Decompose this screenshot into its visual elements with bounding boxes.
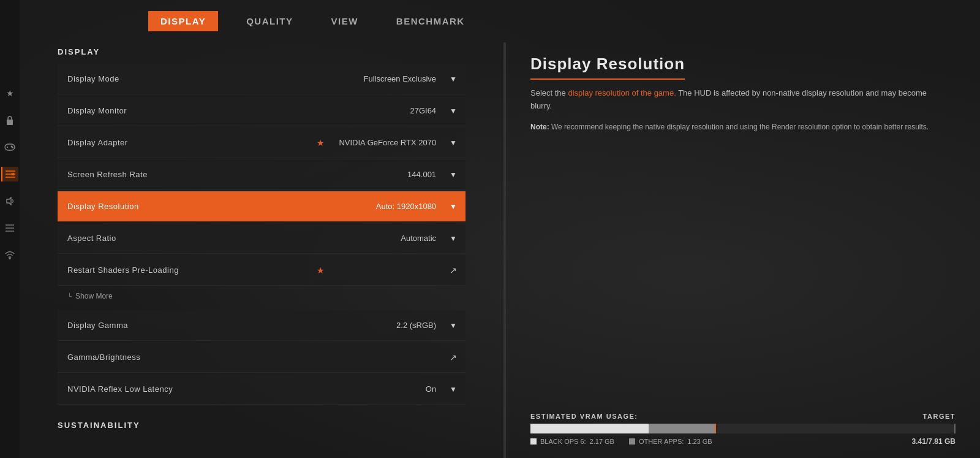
chevron-display-gamma: ▼ [441, 321, 466, 330]
sidebar: ★ [0, 0, 20, 458]
row-restart-shaders[interactable]: Restart Shaders Pre-Loading ★ ↗ [58, 255, 466, 286]
tab-quality[interactable]: QUALITY [236, 11, 303, 31]
legend-other-value: 1.23 GB [687, 438, 712, 445]
chevron-display-resolution: ▼ [441, 202, 466, 211]
row-display-monitor[interactable]: Display Monitor 27GI64 ▼ [58, 96, 466, 126]
info-title: Display Resolution [530, 55, 685, 80]
label-aspect-ratio: Aspect Ratio [58, 234, 331, 243]
vram-bar-used-total [530, 424, 716, 433]
info-note-text: We recommend keeping the native display … [549, 123, 929, 131]
legend-black-ops-label: BLACK OPS 6: [540, 438, 586, 445]
star-display-adapter: ★ [311, 138, 331, 148]
sidebar-icon-star[interactable]: ★ [2, 86, 17, 101]
info-description: Select the display resolution of the gam… [530, 87, 947, 113]
label-nvidia-reflex: NVIDIA Reflex Low Latency [58, 384, 331, 394]
chevron-nvidia-reflex: ▼ [441, 385, 466, 394]
svg-point-5 [12, 147, 13, 148]
section-display-title: DISPLAY [58, 47, 466, 56]
content-area: DISPLAY Display Mode Fullscreen Exclusiv… [20, 42, 980, 458]
show-more-btn[interactable]: └ Show More [58, 287, 466, 305]
row-aspect-ratio[interactable]: Aspect Ratio Automatic ▼ [58, 223, 466, 254]
label-display-mode: Display Mode [58, 74, 331, 83]
value-nvidia-reflex: On [331, 384, 441, 394]
legend-black-ops-value: 2.17 GB [590, 438, 614, 445]
vram-section: ESTIMATED VRAM USAGE: TARGET BLACK OPS 6… [530, 413, 956, 446]
value-display-gamma: 2.2 (sRGB) [331, 321, 441, 330]
info-panel: Display Resolution Select the display re… [506, 42, 980, 458]
info-desc-prefix: Select the [530, 88, 568, 97]
legend-other-label: OTHER APPS: [639, 438, 684, 445]
value-display-mode: Fullscreen Exclusive [331, 74, 441, 83]
external-restart-shaders: ↗ [441, 265, 466, 275]
row-screen-refresh[interactable]: Screen Refresh Rate 144.001 ▼ [58, 159, 466, 190]
row-display-resolution[interactable]: Display Resolution ★ Auto: 1920x1080 ▼ [58, 191, 466, 222]
sidebar-icon-wifi[interactable] [2, 248, 17, 262]
label-screen-refresh: Screen Refresh Rate [58, 170, 331, 179]
value-display-adapter: NVIDIA GeForce RTX 2070 [331, 138, 441, 147]
legend-black-ops: BLACK OPS 6: 2.17 GB [530, 437, 614, 446]
chevron-screen-refresh: ▼ [441, 170, 466, 179]
sidebar-icon-sound[interactable] [2, 194, 17, 208]
row-gamma-brightness[interactable]: Gamma/Brightness ↗ [58, 342, 466, 373]
chevron-display-monitor: ▼ [441, 107, 466, 115]
label-display-resolution: Display Resolution [58, 202, 311, 211]
value-display-resolution: Auto: 1920x1080 [331, 202, 441, 211]
section-sustainability-title: SUSTAINABILITY [58, 421, 466, 430]
legend-dot-other [629, 438, 635, 445]
vram-legend: BLACK OPS 6: 2.17 GB OTHER APPS: 1.23 GB… [530, 437, 956, 446]
sidebar-icon-active[interactable] [1, 167, 18, 181]
value-aspect-ratio: Automatic [331, 234, 441, 243]
legend-other-apps: OTHER APPS: 1.23 GB [629, 437, 712, 446]
vram-target-label: TARGET [923, 413, 956, 420]
label-display-adapter: Display Adapter [58, 138, 311, 147]
sidebar-icon-list[interactable] [2, 221, 17, 235]
star-restart-shaders: ★ [311, 265, 331, 275]
vram-total-value: 3.41/7.81 GB [912, 437, 956, 446]
vram-bar [530, 424, 956, 433]
settings-panel: DISPLAY Display Mode Fullscreen Exclusiv… [20, 42, 503, 458]
tab-view[interactable]: VIEW [321, 11, 368, 31]
svg-marker-11 [7, 197, 11, 205]
chevron-aspect-ratio: ▼ [441, 234, 466, 243]
vram-label-row: ESTIMATED VRAM USAGE: TARGET [530, 413, 956, 420]
chevron-display-adapter: ▼ [441, 139, 466, 147]
label-restart-shaders: Restart Shaders Pre-Loading [58, 265, 311, 275]
sidebar-icon-gamepad[interactable] [2, 140, 17, 155]
label-display-gamma: Display Gamma [58, 321, 331, 330]
tab-benchmark[interactable]: BENCHMARK [386, 11, 475, 31]
svg-rect-0 [7, 120, 13, 125]
vram-label: ESTIMATED VRAM USAGE: [530, 413, 638, 420]
legend-dot-black-ops [530, 438, 537, 445]
label-gamma-brightness: Gamma/Brightness [58, 353, 331, 362]
vram-target-line [954, 424, 956, 433]
info-note: Note: We recommend keeping the native di… [530, 121, 935, 133]
row-nvidia-reflex[interactable]: NVIDIA Reflex Low Latency On ▼ [58, 374, 466, 405]
chevron-display-mode: ▼ [441, 75, 466, 83]
label-display-monitor: Display Monitor [58, 106, 331, 115]
sidebar-icon-lock[interactable] [2, 113, 17, 128]
svg-point-15 [9, 258, 10, 259]
tab-display[interactable]: DISPLAY [148, 11, 218, 31]
info-note-bold: Note: [530, 123, 549, 131]
info-desc-highlight: display resolution of the game. [568, 88, 676, 97]
external-gamma-brightness: ↗ [441, 353, 466, 362]
row-display-mode[interactable]: Display Mode Fullscreen Exclusive ▼ [58, 64, 466, 94]
main-content: DISPLAY QUALITY VIEW BENCHMARK DISPLAY D… [20, 0, 980, 458]
star-display-resolution: ★ [311, 202, 331, 212]
show-more-arrow-icon: └ [67, 293, 72, 300]
row-display-gamma[interactable]: Display Gamma 2.2 (sRGB) ▼ [58, 310, 466, 341]
nav-tabs: DISPLAY QUALITY VIEW BENCHMARK [20, 0, 980, 42]
row-display-adapter[interactable]: Display Adapter ★ NVIDIA GeForce RTX 207… [58, 128, 466, 158]
value-display-monitor: 27GI64 [331, 106, 441, 115]
show-more-label: Show More [75, 292, 113, 300]
value-screen-refresh: 144.001 [331, 170, 441, 179]
